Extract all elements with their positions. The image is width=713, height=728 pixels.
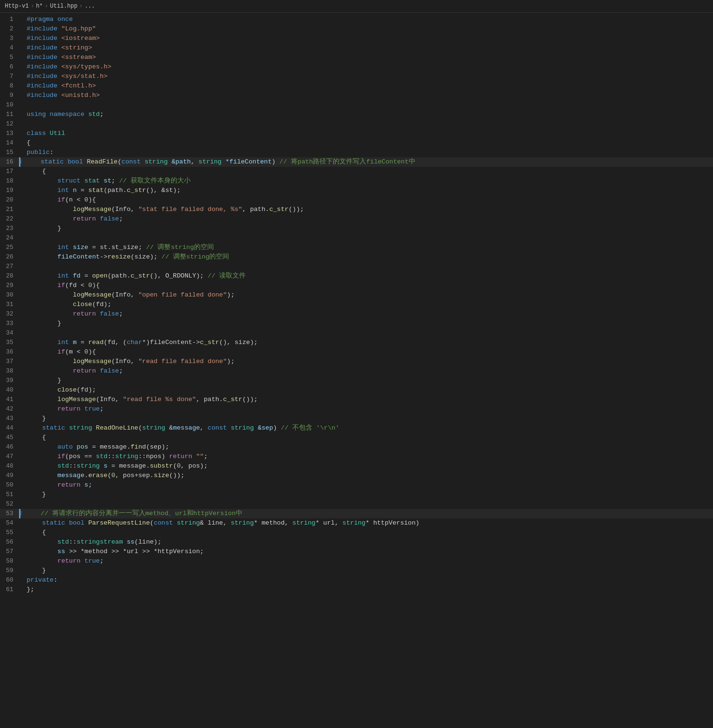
code-line-46: 46 auto pos = message.find(sep); [0, 442, 713, 452]
gutter-8 [19, 81, 23, 91]
gutter-30 [19, 290, 23, 300]
line-number-44: 44 [0, 423, 19, 433]
code-content-23: } [23, 224, 713, 233]
code-line-34: 34 [0, 328, 713, 338]
line-number-11: 11 [0, 110, 19, 119]
line-number-38: 38 [0, 366, 19, 376]
code-line-32: 32 return false; [0, 309, 713, 319]
code-editor: 1#pragma once2#include "Log.hpp"3#includ… [0, 13, 713, 596]
gutter-45 [19, 433, 23, 442]
gutter-18 [19, 176, 23, 186]
gutter-28 [19, 271, 23, 281]
line-number-51: 51 [0, 490, 19, 499]
code-line-55: 55 { [0, 528, 713, 537]
code-content-27 [23, 262, 713, 271]
code-content-16: static bool ReadFile(const string &path,… [21, 157, 713, 167]
code-content-42: return true; [23, 404, 713, 414]
gutter-22 [19, 214, 23, 224]
code-line-53: 53| // 将请求行的内容分离并一一写入method、url和httpVers… [0, 509, 713, 518]
line-number-47: 47 [0, 452, 19, 461]
line-number-27: 27 [0, 262, 19, 271]
gutter-31 [19, 300, 23, 309]
line-number-24: 24 [0, 233, 19, 243]
code-line-22: 22 return false; [0, 214, 713, 224]
code-content-8: #include <fcntl.h> [23, 81, 713, 91]
code-content-39: } [23, 376, 713, 385]
line-number-31: 31 [0, 300, 19, 309]
code-line-39: 39 } [0, 376, 713, 385]
line-number-57: 57 [0, 547, 19, 556]
line-number-40: 40 [0, 385, 19, 395]
gutter-59 [19, 566, 23, 575]
code-line-19: 19 int n = stat(path.c_str(), &st); [0, 186, 713, 195]
code-line-31: 31 close(fd); [0, 300, 713, 309]
gutter-43 [19, 414, 23, 423]
line-number-18: 18 [0, 176, 19, 186]
code-line-48: 48 std::string s = message.substr(0, pos… [0, 461, 713, 471]
code-content-57: ss >> *method >> *url >> *httpVersion; [23, 547, 713, 556]
line-number-7: 7 [0, 72, 19, 81]
gutter-21 [19, 205, 23, 214]
breadcrumb-item-2[interactable]: h* [36, 3, 43, 10]
code-content-32: return false; [23, 309, 713, 319]
code-line-9: 9#include <unistd.h> [0, 91, 713, 100]
gutter-50 [19, 480, 23, 490]
code-line-44: 44 static string ReadOneLine(string &mes… [0, 423, 713, 433]
gutter-38 [19, 366, 23, 376]
line-number-13: 13 [0, 129, 19, 138]
gutter-4 [19, 43, 23, 53]
code-line-3: 3#include <iostream> [0, 34, 713, 43]
breadcrumb-item-3[interactable]: Util.hpp [50, 3, 77, 10]
line-number-58: 58 [0, 556, 19, 566]
breadcrumb-item-1[interactable]: Http-v1 [5, 3, 29, 10]
gutter-20 [19, 195, 23, 205]
line-number-9: 9 [0, 91, 19, 100]
code-line-54: 54 static bool ParseRequestLine(const st… [0, 518, 713, 528]
gutter-3 [19, 34, 23, 43]
gutter-1 [19, 15, 23, 24]
code-line-47: 47 if(pos == std::string::npos) return "… [0, 452, 713, 461]
code-line-14: 14{ [0, 138, 713, 148]
gutter-10 [19, 100, 23, 110]
gutter-2 [19, 24, 23, 34]
gutter-39 [19, 376, 23, 385]
code-line-10: 10 [0, 100, 713, 110]
gutter-13 [19, 129, 23, 138]
code-line-56: 56 std::stringstream ss(line); [0, 537, 713, 547]
gutter-26 [19, 252, 23, 262]
gutter-52 [19, 499, 23, 509]
code-content-20: if(n < 0){ [23, 195, 713, 205]
code-content-31: close(fd); [23, 300, 713, 309]
line-number-8: 8 [0, 81, 19, 91]
gutter-51 [19, 490, 23, 499]
line-number-43: 43 [0, 414, 19, 423]
code-line-30: 30 logMessage(Info, "open file failed do… [0, 290, 713, 300]
line-number-14: 14 [0, 138, 19, 148]
gutter-37 [19, 357, 23, 366]
code-content-24 [23, 233, 713, 243]
gutter-12 [19, 119, 23, 129]
code-line-25: 25 int size = st.st_size; // 调整string的空间 [0, 243, 713, 252]
gutter-25 [19, 243, 23, 252]
line-number-29: 29 [0, 281, 19, 290]
line-number-19: 19 [0, 186, 19, 195]
code-content-7: #include <sys/stat.h> [23, 72, 713, 81]
gutter-55 [19, 528, 23, 537]
code-line-27: 27 [0, 262, 713, 271]
line-number-41: 41 [0, 395, 19, 404]
code-content-59: } [23, 566, 713, 575]
code-line-41: 41 logMessage(Info, "read file %s done",… [0, 395, 713, 404]
line-number-55: 55 [0, 528, 19, 537]
line-number-46: 46 [0, 442, 19, 452]
gutter-61 [19, 585, 23, 594]
line-number-23: 23 [0, 224, 19, 233]
line-number-30: 30 [0, 290, 19, 300]
code-content-12 [23, 119, 713, 129]
code-line-28: 28 int fd = open(path.c_str(), O_RDONLY)… [0, 271, 713, 281]
code-content-43: } [23, 414, 713, 423]
gutter-19 [19, 186, 23, 195]
code-content-5: #include <sstream> [23, 53, 713, 62]
gutter-58 [19, 556, 23, 566]
breadcrumb-sep-2: › [45, 3, 48, 10]
code-content-50: return s; [23, 480, 713, 490]
